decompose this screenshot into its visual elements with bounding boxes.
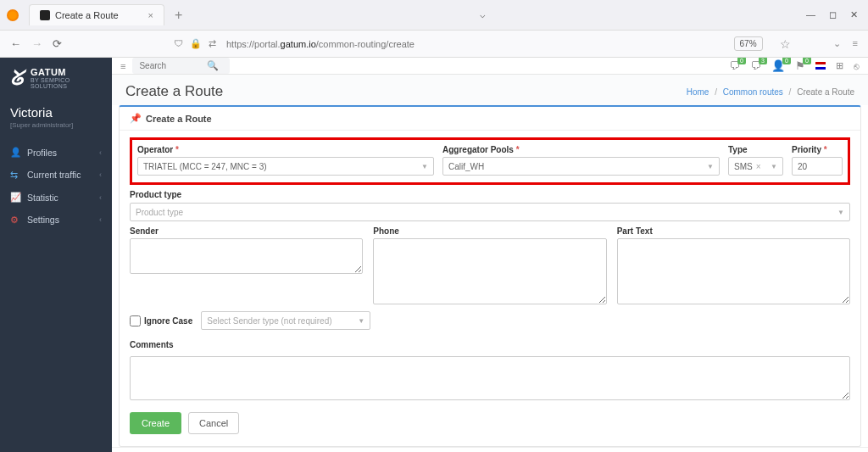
brand-block: ᘜ GATUM BY SEMPICO SOLUTIONS (0, 66, 112, 100)
caret-down-icon: ▼ (771, 163, 777, 170)
highlighted-fields: Operator * TRIATEL (MCC = 247, MNC = 3)▼… (130, 137, 850, 185)
type-label: Type (728, 145, 783, 154)
close-window-button[interactable]: ✕ (850, 9, 858, 20)
sidebar-item-label: Current traffic (27, 170, 81, 180)
firefox-icon (7, 9, 19, 21)
ignore-case-checkbox[interactable] (130, 315, 141, 326)
crumb-routes[interactable]: Common routes (723, 87, 783, 97)
comments-label: Comments (130, 340, 850, 349)
phone-label: Phone (373, 226, 606, 236)
pool-label: Aggregator Pools (442, 145, 514, 154)
pool-select[interactable]: Calif_WH▼ (442, 157, 720, 176)
app-topbar: ≡ 🔍 🗩0 🗩3 👤0 ⚑0 ⊞ ⎋ (112, 58, 868, 75)
phone-textarea[interactable] (373, 238, 606, 304)
sender-label: Sender (130, 226, 363, 236)
settings-icon: ⚙ (10, 215, 20, 225)
brand-logo-icon: ᘜ (10, 66, 24, 90)
parttext-label: Part Text (617, 226, 850, 236)
brand-name: GATUM (31, 67, 102, 77)
page-header: Create a Route Home / Common routes / Cr… (112, 75, 868, 105)
crumb-home[interactable]: Home (687, 87, 709, 97)
sidebar-item-profiles[interactable]: 👤 Profiles ‹ (0, 141, 112, 164)
url-security-icons: 🛡 🔒 ⇄ (174, 38, 216, 49)
user-name: Victoria (0, 100, 112, 121)
lock-icon[interactable]: 🔒 (190, 38, 202, 49)
card-header: 📌 Create a Route (120, 107, 860, 131)
caret-down-icon: ▼ (707, 163, 714, 170)
pocket-icon[interactable]: ⌄ (833, 38, 841, 49)
favicon-icon (40, 10, 50, 20)
chevron-left-icon: ‹ (99, 215, 102, 224)
tab-title: Create a Route (55, 10, 119, 20)
search-input[interactable] (139, 61, 207, 70)
card-title: Create a Route (146, 114, 212, 124)
priority-input[interactable] (792, 157, 843, 176)
clear-type-icon[interactable]: × (756, 162, 761, 171)
sidebar-item-settings[interactable]: ⚙ Settings ‹ (0, 209, 112, 231)
pushpin-icon: 📌 (130, 113, 142, 124)
sidebar-item-statistic[interactable]: 📈 Statistic ‹ (0, 186, 112, 209)
chevron-left-icon: ‹ (99, 148, 102, 157)
user-role: [Super administrator] (0, 121, 112, 141)
new-tab-button[interactable]: + (175, 8, 182, 23)
language-flag-icon[interactable] (815, 62, 826, 70)
menu-icon[interactable]: ≡ (853, 38, 858, 49)
app-footer: Copyright © Gatum.io. All rights reserve… (112, 447, 868, 452)
sender-textarea[interactable] (130, 238, 363, 274)
comments-textarea[interactable] (130, 356, 850, 400)
logout-icon[interactable]: ⎋ (854, 61, 860, 71)
caret-down-icon: ▼ (421, 163, 428, 170)
product-select[interactable]: Product type▼ (130, 203, 850, 221)
tabs-dropdown-icon[interactable]: ⌵ (480, 9, 486, 20)
page-title: Create a Route (125, 83, 223, 100)
maximize-button[interactable]: ◻ (829, 9, 837, 20)
caret-down-icon: ▼ (837, 209, 844, 216)
bookmark-icon[interactable]: ☆ (780, 37, 791, 51)
ignore-case-label[interactable]: Ignore Case (130, 315, 192, 326)
stat-icon: 📈 (10, 192, 20, 203)
product-label: Product type (130, 190, 850, 199)
form-card: 📌 Create a Route Operator * TRIATEL (MCC… (119, 105, 861, 447)
traffic-icon: ⇆ (10, 170, 20, 180)
chevron-left-icon: ‹ (99, 193, 102, 202)
back-button[interactable]: ← (10, 37, 21, 50)
profiles-icon: 👤 (10, 147, 20, 158)
operator-label: Operator (137, 145, 173, 154)
apps-grid-icon[interactable]: ⊞ (836, 60, 843, 71)
sidebar-item-label: Settings (27, 215, 59, 225)
minimize-button[interactable]: — (806, 9, 815, 20)
browser-toolbar: ← → ⟳ 🛡 🔒 ⇄ https://portal.gatum.io/comm… (0, 31, 868, 58)
notif-4[interactable]: ⚑0 (795, 59, 805, 72)
sender-type-select[interactable]: Select Sender type (not required)▼ (201, 311, 370, 330)
crumb-current: Create a Route (797, 87, 854, 97)
cancel-button[interactable]: Cancel (188, 412, 239, 434)
breadcrumb: Home / Common routes / Create a Route (687, 87, 854, 97)
create-button[interactable]: Create (130, 412, 181, 434)
address-bar[interactable]: https://portal.gatum.io/common-routing/c… (226, 39, 415, 49)
browser-tab[interactable]: Create a Route × (29, 4, 164, 25)
operator-select[interactable]: TRIATEL (MCC = 247, MNC = 3)▼ (137, 157, 434, 176)
permissions-icon[interactable]: ⇄ (209, 38, 216, 49)
chevron-left-icon: ‹ (99, 170, 102, 179)
search-icon[interactable]: 🔍 (207, 60, 219, 71)
zoom-level[interactable]: 67% (734, 36, 763, 51)
notif-1[interactable]: 🗩0 (729, 59, 740, 72)
reload-button[interactable]: ⟳ (53, 37, 62, 50)
brand-subtitle: BY SEMPICO SOLUTIONS (31, 77, 102, 89)
browser-tab-strip: Create a Route × + ⌵ — ◻ ✕ (0, 0, 868, 31)
forward-button[interactable]: → (31, 37, 42, 50)
priority-label: Priority (792, 145, 821, 154)
shield-icon[interactable]: 🛡 (174, 38, 183, 49)
notif-2[interactable]: 🗩3 (750, 59, 761, 72)
notif-3[interactable]: 👤0 (771, 59, 785, 72)
app-sidebar: ᘜ GATUM BY SEMPICO SOLUTIONS Victoria [S… (0, 58, 112, 452)
window-controls: — ◻ ✕ (806, 9, 868, 20)
type-select[interactable]: SMS×▼ (728, 157, 783, 176)
close-tab-icon[interactable]: × (148, 10, 153, 20)
parttext-textarea[interactable] (617, 238, 850, 304)
hamburger-icon[interactable]: ≡ (120, 61, 125, 71)
sidebar-item-label: Statistic (27, 193, 58, 203)
caret-down-icon: ▼ (358, 317, 364, 325)
sidebar-item-traffic[interactable]: ⇆ Current traffic ‹ (0, 164, 112, 186)
search-box[interactable]: 🔍 (132, 58, 230, 74)
